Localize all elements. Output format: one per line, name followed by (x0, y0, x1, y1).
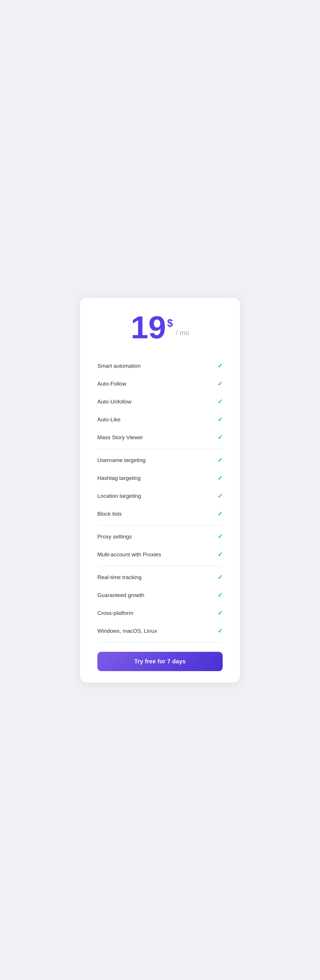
feature-row: Proxy settings ✓ (97, 528, 223, 546)
feature-row: Block lists ✓ (97, 505, 223, 523)
check-icon: ✓ (218, 510, 223, 518)
feature-row: Hashtag targeting ✓ (97, 469, 223, 487)
feature-label: Smart automation (97, 363, 141, 369)
feature-label: Proxy settings (97, 533, 132, 540)
price-display: 19 $ / mo (97, 312, 223, 343)
feature-label: Username targeting (97, 457, 146, 463)
check-icon: ✓ (218, 416, 223, 423)
cta-section: Try free for 7 days (97, 652, 223, 671)
price-section: 19 $ / mo (97, 312, 223, 343)
check-icon: ✓ (218, 362, 223, 370)
divider (97, 642, 223, 643)
feature-row: Windows, macOS, Linux ✓ (97, 622, 223, 640)
feature-row: Cross-platform ✓ (97, 604, 223, 622)
feature-label: Auto-Follow (97, 381, 126, 387)
feature-label: Multi-account with Proxies (97, 551, 161, 558)
feature-label: Guaranteed growth (97, 592, 144, 598)
check-icon: ✓ (218, 574, 223, 581)
feature-label: Auto-Unfollow (97, 399, 131, 405)
all-feature-groups: Smart automation ✓ Auto-Follow ✓ Auto-Un… (97, 357, 223, 643)
feature-row: Username targeting ✓ (97, 451, 223, 469)
check-icon: ✓ (218, 434, 223, 441)
feature-row: Multi-account with Proxies ✓ (97, 546, 223, 563)
feature-label: Real-time tracking (97, 574, 141, 581)
feature-group-3: Proxy settings ✓ Multi-account with Prox… (97, 528, 223, 563)
feature-group-2: Username targeting ✓ Hashtag targeting ✓… (97, 451, 223, 523)
feature-label: Auto-Like (97, 417, 120, 423)
check-icon: ✓ (218, 457, 223, 464)
divider (97, 566, 223, 566)
price-amount: 19 (131, 312, 166, 343)
check-icon: ✓ (218, 474, 223, 482)
feature-row: Auto-Follow ✓ (97, 375, 223, 393)
check-icon: ✓ (218, 533, 223, 541)
check-icon: ✓ (218, 398, 223, 406)
feature-label: Hashtag targeting (97, 475, 141, 481)
feature-label: Mass Story Viewer (97, 434, 143, 441)
check-icon: ✓ (218, 609, 223, 617)
feature-row: Auto-Unfollow ✓ (97, 393, 223, 411)
check-icon: ✓ (218, 380, 223, 388)
feature-group-4: Real-time tracking ✓ Guaranteed growth ✓… (97, 568, 223, 640)
check-icon: ✓ (218, 551, 223, 558)
feature-row: Auto-Like ✓ (97, 411, 223, 429)
check-icon: ✓ (218, 492, 223, 500)
price-period: / mo (176, 329, 189, 337)
check-icon: ✓ (218, 592, 223, 599)
feature-label: Cross-platform (97, 610, 133, 616)
feature-label: Windows, macOS, Linux (97, 628, 157, 634)
feature-row: Smart automation ✓ (97, 357, 223, 375)
check-icon: ✓ (218, 627, 223, 635)
price-currency: $ (167, 317, 173, 329)
feature-row: Mass Story Viewer ✓ (97, 429, 223, 447)
feature-row: Location targeting ✓ (97, 487, 223, 505)
divider (97, 525, 223, 525)
feature-label: Location targeting (97, 493, 141, 499)
feature-row: Real-time tracking ✓ (97, 568, 223, 586)
try-free-button[interactable]: Try free for 7 days (97, 652, 223, 671)
feature-row: Guaranteed growth ✓ (97, 586, 223, 604)
pricing-card: 19 $ / mo Smart automation ✓ Auto-Follow… (80, 298, 240, 682)
feature-label: Block lists (97, 511, 122, 517)
feature-group-1: Smart automation ✓ Auto-Follow ✓ Auto-Un… (97, 357, 223, 447)
